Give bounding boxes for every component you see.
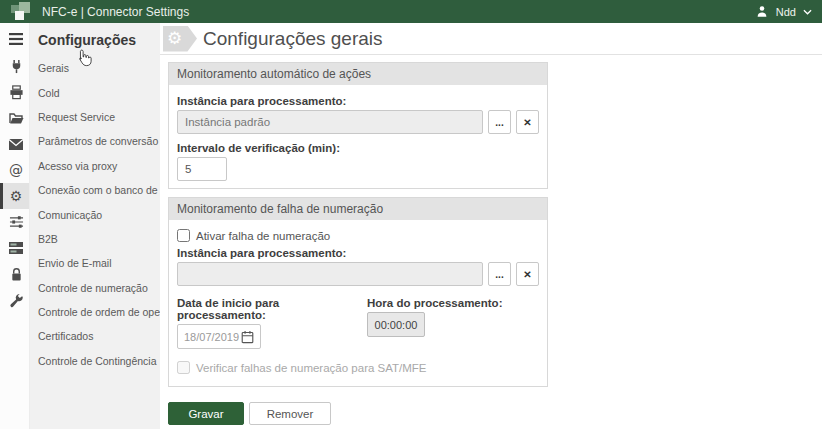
interval-label: Intervalo de verificação (min): xyxy=(177,142,539,154)
hamburger-menu-icon xyxy=(8,33,24,45)
rail-item-at[interactable]: @ xyxy=(0,157,29,183)
sidebar: Configurações Gerais Cold Request Servic… xyxy=(30,23,160,429)
wrench-icon xyxy=(9,293,24,308)
enable-failure-check-row: Ativar falha de numeração xyxy=(177,229,539,242)
instance-browse-button[interactable]: ... xyxy=(488,110,511,134)
app-title: NFC-e | Connector Settings xyxy=(42,5,189,19)
topbar: NFC-e | Connector Settings Ndd xyxy=(0,0,822,23)
enable-failure-checkbox[interactable] xyxy=(177,229,190,242)
numbering-failure-panel-body: Ativar falha de numeração Instância para… xyxy=(169,220,547,386)
printer-icon xyxy=(9,85,24,100)
numbering-failure-panel: Monitoramento de falha de numeração Ativ… xyxy=(168,197,548,387)
sidebar-item-controle-ordem-operacao[interactable]: Controle de ordem de operação xyxy=(30,300,160,324)
page-title: Configurações gerais xyxy=(203,28,383,50)
sidebar-title: Configurações xyxy=(30,23,160,56)
app-logo xyxy=(10,2,34,21)
start-date-value: 18/07/2019 xyxy=(184,331,239,343)
sidebar-item-parametros-conversao[interactable]: Parâmetros de conversão xyxy=(30,129,160,153)
sidebar-item-comunicacao[interactable]: Comunicação xyxy=(30,202,160,226)
page-header: ⚙ Configurações gerais xyxy=(160,23,822,55)
sidebar-item-gerais[interactable]: Gerais xyxy=(30,56,160,80)
sidebar-item-request-service[interactable]: Request Service xyxy=(30,105,160,129)
main-panel: ⚙ Configurações gerais Monitoramento aut… xyxy=(160,23,822,429)
interval-input[interactable] xyxy=(177,157,227,181)
mouse-cursor-icon xyxy=(76,49,92,72)
sat-mfe-label: Verificar falhas de numeração para SAT/M… xyxy=(196,362,427,374)
enable-failure-label: Ativar falha de numeração xyxy=(196,230,330,242)
sliders-icon xyxy=(9,215,24,229)
sat-check-row: Verificar falhas de numeração para SAT/M… xyxy=(177,361,539,374)
rail-item-security[interactable] xyxy=(0,261,29,287)
sidebar-item-conexao-banco[interactable]: Conexão com o banco de dados xyxy=(30,178,160,202)
page-gear-badge: ⚙ xyxy=(163,26,197,52)
user-icon xyxy=(755,4,769,19)
sidebar-item-certificados[interactable]: Certificados xyxy=(30,324,160,348)
folder-open-icon xyxy=(8,111,24,125)
failure-instance-browse-button[interactable]: ... xyxy=(488,262,511,286)
server-icon xyxy=(8,241,24,255)
sidebar-item-b2b[interactable]: B2B xyxy=(30,227,160,251)
gear-icon: ⚙ xyxy=(10,189,23,203)
rail-item-files[interactable] xyxy=(0,105,29,131)
rail-item-settings[interactable]: ⚙ xyxy=(0,183,29,209)
start-date-picker[interactable]: 18/07/2019 xyxy=(177,324,261,349)
rail-item-mail[interactable] xyxy=(0,131,29,157)
start-date-label: Data de inicio para processamento: xyxy=(177,297,367,321)
sidebar-item-controle-numeracao[interactable]: Controle de numeração xyxy=(30,276,160,300)
user-menu[interactable]: Ndd xyxy=(755,4,812,19)
at-icon: @ xyxy=(9,163,23,177)
rail-item-printer[interactable] xyxy=(0,79,29,105)
form-actions: Gravar Remover xyxy=(168,395,822,425)
rail-item-server[interactable] xyxy=(0,235,29,261)
auto-monitoring-panel-body: Instância para processamento: ... ✕ Inte… xyxy=(169,85,547,188)
sat-mfe-checkbox xyxy=(177,361,190,374)
icon-rail: @ ⚙ xyxy=(0,23,30,429)
instance-input xyxy=(177,110,483,134)
remove-button[interactable]: Remover xyxy=(249,402,331,425)
sidebar-item-cold[interactable]: Cold xyxy=(30,80,160,104)
auto-monitoring-panel: Monitoramento automático de ações Instân… xyxy=(168,62,548,189)
sidebar-item-controle-contingencia[interactable]: Controle de Contingência xyxy=(30,349,160,373)
processing-time-label: Hora do processamento: xyxy=(367,297,502,309)
failure-instance-input xyxy=(177,262,483,286)
save-button[interactable]: Gravar xyxy=(168,402,244,425)
processing-time-value: 00:00:00 xyxy=(367,312,425,337)
calendar-icon xyxy=(241,330,254,344)
content-area: @ ⚙ xyxy=(0,23,822,429)
failure-instance-clear-button[interactable]: ✕ xyxy=(516,262,539,286)
auto-monitoring-panel-title: Monitoramento automático de ações xyxy=(169,63,547,85)
rail-item-sliders[interactable] xyxy=(0,209,29,235)
instance-clear-button[interactable]: ✕ xyxy=(516,110,539,134)
plug-icon xyxy=(9,59,24,74)
user-name: Ndd xyxy=(776,6,796,18)
rail-item-tools[interactable] xyxy=(0,287,29,313)
lock-icon xyxy=(10,267,23,282)
instance-label: Instância para processamento: xyxy=(177,95,539,107)
sidebar-item-acesso-proxy[interactable]: Acesso via proxy xyxy=(30,154,160,178)
instance-label: Instância para processamento: xyxy=(177,247,539,259)
settings-form: Monitoramento automático de ações Instân… xyxy=(160,55,822,429)
rail-item-menu[interactable] xyxy=(0,27,29,51)
numbering-failure-panel-title: Monitoramento de falha de numeração xyxy=(169,198,547,220)
sidebar-item-envio-email[interactable]: Envio de E-mail xyxy=(30,251,160,275)
rail-item-connector[interactable] xyxy=(0,53,29,79)
chevron-down-icon xyxy=(803,9,812,15)
gear-icon: ⚙ xyxy=(167,30,182,47)
logo-square xyxy=(15,11,24,20)
envelope-icon xyxy=(8,138,24,151)
